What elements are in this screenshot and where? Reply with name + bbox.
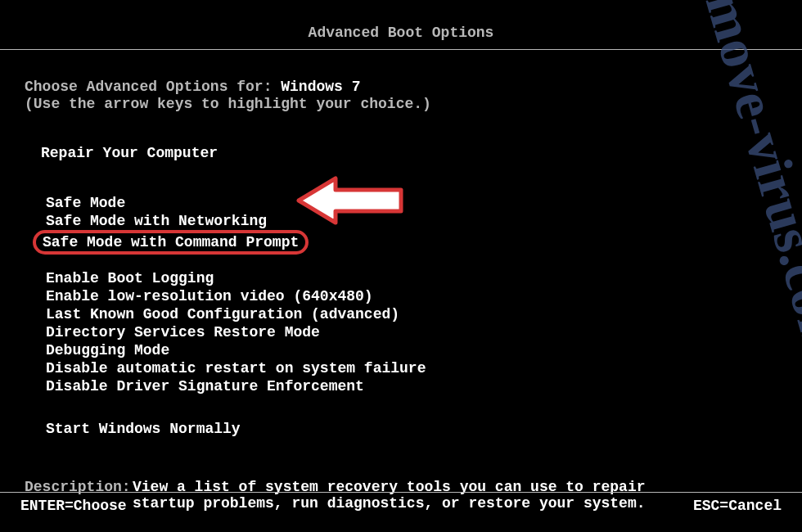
menu-item-boot-logging[interactable]: Enable Boot Logging [41, 269, 219, 287]
menu-item-disable-sig[interactable]: Disable Driver Signature Enforcement [41, 377, 369, 395]
menu-item-disable-restart[interactable]: Disable automatic restart on system fail… [41, 359, 430, 377]
hint-esc: ESC=Cancel [693, 498, 782, 514]
menu-item-repair[interactable]: Repair Your Computer [41, 145, 777, 161]
footer-bar: ENTER=Choose ESC=Cancel [0, 492, 802, 514]
menu-item-start-normally[interactable]: Start Windows Normally [41, 420, 246, 438]
menu-item-directory-services[interactable]: Directory Services Restore Mode [41, 323, 325, 341]
screen-title: Advanced Boot Options [309, 25, 494, 41]
menu-item-safe-mode[interactable]: Safe Mode [41, 194, 130, 212]
os-name: Windows 7 [281, 79, 360, 95]
menu-item-low-res[interactable]: Enable low-resolution video (640x480) [41, 287, 378, 305]
hint-enter: ENTER=Choose [20, 498, 127, 514]
menu-item-safe-mode-networking[interactable]: Safe Mode with Networking [41, 212, 272, 230]
prompt-prefix: Choose Advanced Options for: [25, 79, 281, 95]
menu-item-debugging[interactable]: Debugging Mode [41, 341, 174, 359]
prompt-line: Choose Advanced Options for: Windows 7 [25, 79, 777, 95]
title-bar: Advanced Boot Options [0, 0, 802, 41]
menu-item-safe-mode-cmd[interactable]: Safe Mode with Command Prompt [33, 230, 309, 255]
arrow-icon [295, 172, 409, 229]
divider-top [0, 49, 802, 50]
menu-item-last-known-good[interactable]: Last Known Good Configuration (advanced) [41, 305, 404, 323]
prompt-hint: (Use the arrow keys to highlight your ch… [25, 96, 777, 112]
